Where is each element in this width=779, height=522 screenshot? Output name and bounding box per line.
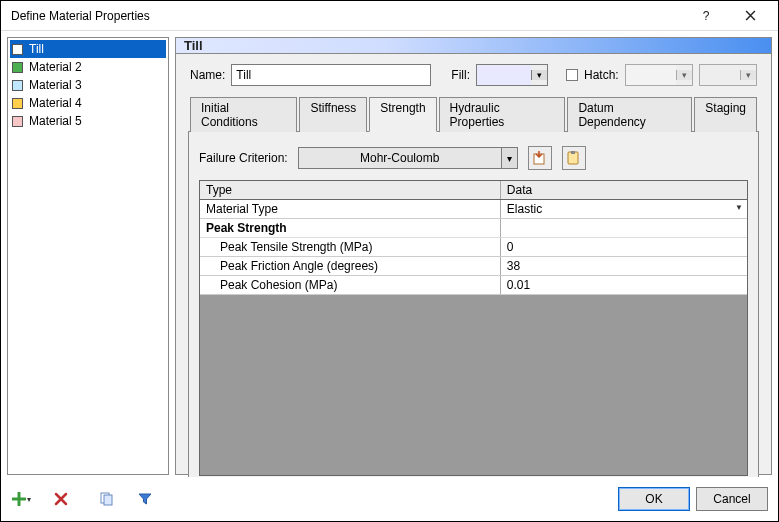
material-item[interactable]: Material 2 [10,58,166,76]
hatch-label: Hatch: [584,68,619,82]
material-swatch-icon [12,62,23,73]
table-row[interactable]: Peak Friction Angle (degrees) 38 [200,257,747,276]
tab-stiffness[interactable]: Stiffness [299,97,367,132]
cell-type: Peak Tensile Strength (MPa) [200,238,501,256]
failure-criterion-value: Mohr-Coulomb [299,151,501,165]
title-bar: Define Material Properties ? [1,1,778,31]
cancel-button[interactable]: Cancel [696,487,768,511]
main-panel: Till Name: Fill: ▾ Hatch: ▾ [175,37,772,475]
fill-label: Fill: [451,68,470,82]
material-swatch-icon [12,80,23,91]
tab-strip: Initial Conditions Stiffness Strength Hy… [176,96,771,131]
chevron-down-icon: ▾ [501,148,517,168]
material-swatch-icon [12,98,23,109]
filter-button[interactable] [135,489,155,509]
chevron-down-icon: ▾ [531,70,547,80]
material-item[interactable]: Till [10,40,166,58]
material-label: Material 5 [29,114,82,128]
svg-rect-2 [571,151,575,154]
chevron-down-icon: ▾ [676,70,692,80]
table-row[interactable]: Peak Cohesion (MPa) 0.01 [200,276,747,295]
cell-type: Material Type [200,200,501,218]
cell-type: Peak Cohesion (MPa) [200,276,501,294]
table-row: Peak Strength [200,219,747,238]
material-label: Material 4 [29,96,82,110]
column-type: Type [200,181,501,199]
cell-data[interactable]: 0.01 [501,276,747,294]
window-title: Define Material Properties [11,9,684,23]
copy-icon [100,492,114,506]
help-button[interactable]: ? [684,2,728,30]
svg-rect-4 [104,495,112,505]
close-icon [745,10,756,21]
material-header: Till [176,38,771,54]
failure-criterion-label: Failure Criterion: [199,151,288,165]
chevron-down-icon: ▼ [735,203,743,212]
table-row[interactable]: Material Type Elastic ▼ [200,200,747,219]
cell-type: Peak Friction Angle (degrees) [200,257,501,275]
delete-icon [54,492,68,506]
tab-pane-strength: Failure Criterion: Mohr-Coulomb ▾ Type [188,131,759,477]
material-item[interactable]: Material 5 [10,112,166,130]
cell-data [501,219,747,237]
filter-icon [138,492,152,506]
name-fill-row: Name: Fill: ▾ Hatch: ▾ ▾ [176,54,771,92]
fill-color-swatch-icon [477,65,531,85]
cell-type: Peak Strength [200,219,501,237]
plus-icon [12,492,26,506]
import-button[interactable] [528,146,552,170]
material-swatch-icon [12,44,23,55]
hatch-pattern-dropdown[interactable]: ▾ [625,64,693,86]
dialog-window: Define Material Properties ? Till Materi… [0,0,779,522]
cell-data[interactable]: 0 [501,238,747,256]
dialog-body: Till Material 2 Material 3 Material 4 Ma… [1,31,778,477]
close-button[interactable] [728,2,772,30]
column-data: Data [501,181,747,199]
grid-header-row: Type Data [200,181,747,200]
paste-button[interactable] [562,146,586,170]
failure-criterion-dropdown[interactable]: Mohr-Coulomb ▾ [298,147,518,169]
material-label: Till [29,42,44,56]
fill-color-dropdown[interactable]: ▾ [476,64,548,86]
delete-material-button[interactable] [51,489,71,509]
footer-bar: ▾ OK Cancel [1,477,778,521]
table-row[interactable]: Peak Tensile Strength (MPa) 0 [200,238,747,257]
tab-strength[interactable]: Strength [369,97,436,132]
tab-datum-dependency[interactable]: Datum Dependency [567,97,692,132]
grid-empty-area [200,295,747,475]
ok-button[interactable]: OK [618,487,690,511]
copy-material-button[interactable] [97,489,117,509]
material-label: Material 3 [29,78,82,92]
cell-data[interactable]: Elastic ▼ [501,200,747,218]
property-grid: Type Data Material Type Elastic ▼ Peak S… [199,180,748,476]
material-label: Material 2 [29,60,82,74]
hatch-checkbox[interactable] [566,69,578,81]
chevron-down-icon: ▾ [27,495,31,504]
cell-data[interactable]: 38 [501,257,747,275]
name-input[interactable] [231,64,431,86]
paste-icon [567,151,581,165]
chevron-down-icon: ▾ [740,70,756,80]
tab-initial-conditions[interactable]: Initial Conditions [190,97,297,132]
material-item[interactable]: Material 4 [10,94,166,112]
failure-criterion-row: Failure Criterion: Mohr-Coulomb ▾ [189,132,758,180]
add-material-button[interactable]: ▾ [11,489,31,509]
material-item[interactable]: Material 3 [10,76,166,94]
tab-hydraulic-properties[interactable]: Hydraulic Properties [439,97,566,132]
material-list: Till Material 2 Material 3 Material 4 Ma… [7,37,169,475]
material-swatch-icon [12,116,23,127]
name-label: Name: [190,68,225,82]
tab-staging[interactable]: Staging [694,97,757,132]
import-icon [533,151,547,165]
hatch-color-dropdown[interactable]: ▾ [699,64,757,86]
